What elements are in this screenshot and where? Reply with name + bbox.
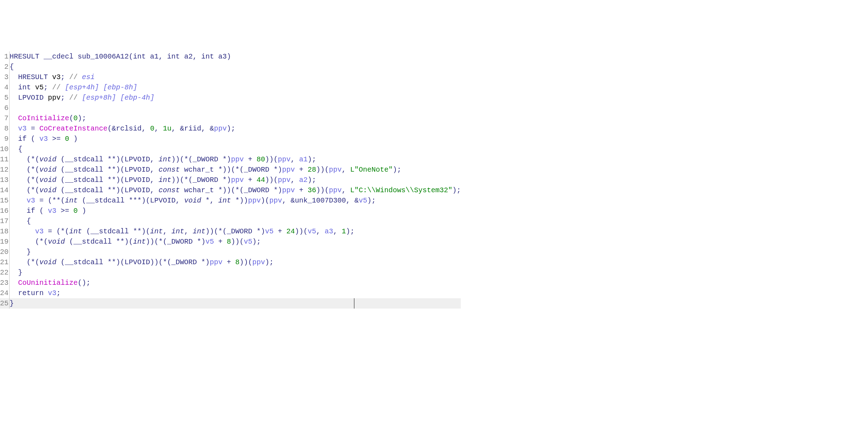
code-line[interactable]: return v3; [10,288,461,298]
code-token: v3 [18,124,27,133]
code-token: ppv [231,155,244,163]
code-token: ( [69,114,73,122]
code-line[interactable]: HRESULT v3; // esi [10,72,461,82]
code-token: ))( [316,186,329,194]
code-line[interactable]: v3 = (*(int (__stdcall **)(int, int, int… [10,226,461,237]
code-token: 0 [73,114,78,122]
code-token: int [133,238,146,246]
line-number: 4 [0,82,9,93]
line-number: 18 [0,226,9,237]
code-token: 1 [342,227,346,235]
code-token: void [39,186,56,194]
code-token: v3 [48,289,56,297]
code-token: void [39,166,56,174]
code-token: void [39,176,56,184]
code-line[interactable]: HRESULT __cdecl sub_10006A12(int a1, int… [10,51,461,62]
code-token: ))( [265,155,278,163]
code-token: v5 [35,83,44,92]
code-token: , [291,155,299,163]
code-token: , & [201,124,214,133]
line-number: 22 [0,267,9,278]
code-line[interactable]: } [10,247,461,257]
code-token: L"C:\\Windows\\System32" [350,186,452,194]
line-number: 2 [0,62,9,72]
code-token: ; [61,73,69,81]
code-token: void [184,196,201,205]
code-token: *, [201,196,218,205]
code-line[interactable]: CoUninitialize(); [10,278,461,288]
code-area[interactable]: HRESULT __cdecl sub_10006A12(int a1, int… [10,51,461,309]
code-token: , [163,227,171,235]
code-line[interactable]: v3 = CoCreateInstance(&rclsid, 0, 1u, &r… [10,123,461,134]
code-token: v5 [265,227,273,235]
code-token: , [342,186,350,194]
code-line[interactable]: LPVOID ppv; // [esp+8h] [ebp-4h] [10,93,461,103]
code-token: + [295,166,308,174]
line-number: 3 [0,72,9,82]
code-token: a3) [214,52,231,61]
code-token: , [316,227,325,235]
code-line[interactable]: (*(void (__stdcall **)(LPVOID, const wch… [10,165,461,175]
code-token: // [52,83,65,92]
code-token: } [10,268,22,277]
line-number: 16 [0,206,9,216]
code-line[interactable]: { [10,144,461,154]
code-token: ; [44,83,52,92]
code-token: ppv [278,176,291,184]
code-line[interactable]: (*(void (__stdcall **)(LPVOID))(*(_DWORD… [10,257,461,267]
code-token: (__stdcall **)(LPVOID, [56,166,159,174]
code-token: int [150,227,163,235]
code-token: ppv [329,166,342,174]
code-token: int [218,196,231,205]
line-number: 10 [0,144,9,154]
code-token: rclsid [116,124,142,133]
code-token: int [65,196,78,205]
code-token: HRESULT [10,73,52,81]
code-line[interactable]: { [10,62,461,72]
line-number: 25 [0,298,9,309]
code-token: ppv [278,155,291,163]
code-token: int [171,227,184,235]
code-line[interactable]: { [10,216,461,226]
code-line[interactable]: if ( v3 >= 0 ) [10,206,461,216]
line-number: 6 [0,103,9,113]
code-token: { [10,63,14,71]
code-token [10,124,18,133]
code-token: int [159,176,171,184]
code-line[interactable]: } [10,267,461,278]
code-token: ))( [239,258,252,266]
code-token: riid [184,124,201,133]
code-token: // [69,94,82,102]
code-line[interactable]: int v5; // [esp+4h] [ebp-8h] [10,82,461,93]
code-token: v3 [52,73,61,81]
code-line[interactable]: (*(void (__stdcall **)(LPVOID, int))(*(_… [10,175,461,185]
code-token: 1u [163,124,171,133]
code-token: const [159,186,180,194]
code-line[interactable]: if ( v3 >= 0 ) [10,134,461,144]
code-editor[interactable]: 1234567891011121314151617181920212223242… [0,51,868,309]
code-token: esi [82,73,95,81]
line-number: 20 [0,247,9,257]
code-token: ) [69,135,78,143]
code-line[interactable]: } [10,298,461,309]
code-token: ppv [48,94,61,102]
code-token: ppv [269,196,282,205]
code-token: ))(*(_DWORD *) [146,238,205,246]
code-token: ); [452,186,461,194]
code-token: + [222,258,235,266]
code-token: (__stdcall **)(LPVOID, [56,155,159,163]
code-token: (*( [10,186,39,194]
code-line[interactable]: (*(void (__stdcall **)(LPVOID, int))(*(_… [10,154,461,165]
code-token: } [10,299,14,307]
code-token: , [291,176,299,184]
code-token: (*( [10,155,39,163]
code-token: ); [78,114,86,122]
code-line[interactable]: (*(void (__stdcall **)(int))(*(_DWORD *)… [10,237,461,247]
code-line[interactable]: v3 = (**(int (__stdcall ***)(LPVOID, voi… [10,195,461,206]
code-line[interactable]: (*(void (__stdcall **)(LPVOID, const wch… [10,185,461,195]
code-line[interactable] [10,103,461,113]
code-token: >= [56,207,73,215]
code-token: HRESULT __cdecl sub_10006A12( [10,52,133,61]
code-line[interactable]: CoInitialize(0); [10,113,461,123]
code-token: ) [78,207,86,215]
